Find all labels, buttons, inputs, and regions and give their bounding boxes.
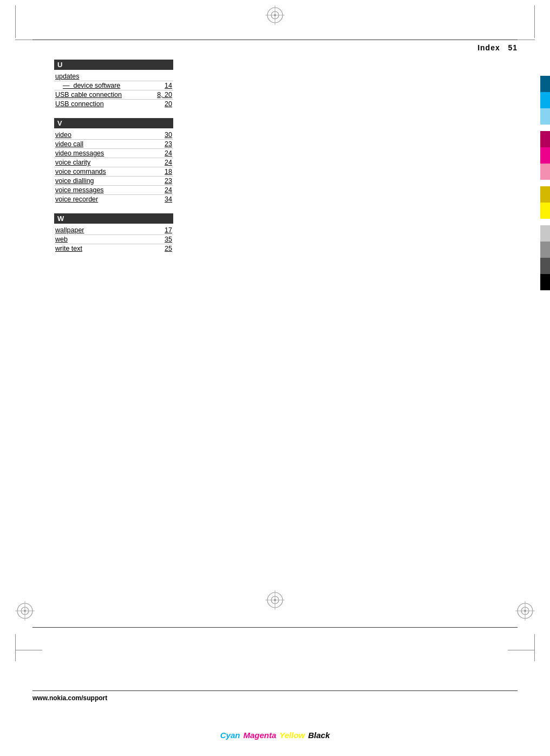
table-row: video 30 <box>54 131 173 140</box>
section-v-table: video 30 video call 23 video messages 24… <box>54 131 173 204</box>
index-page <box>141 72 173 81</box>
section-w-table: wallpaper 17 web 35 write text 25 <box>54 226 173 253</box>
table-row: USB cable connection 8, 20 <box>54 90 173 100</box>
index-term: USB cable connection <box>54 90 141 100</box>
index-page: 20 <box>141 100 173 109</box>
crop-mark-br-h <box>508 650 535 650</box>
index-term: USB connection <box>54 100 141 109</box>
section-w-header: W <box>54 213 195 224</box>
crop-mark-tr-v <box>534 5 535 38</box>
color-label-yellow: Yellow <box>279 731 305 740</box>
color-label-cyan: Cyan <box>220 731 240 740</box>
section-u-header: U <box>54 60 195 70</box>
index-page: 30 <box>141 131 173 140</box>
index-term: voice dialling <box>54 177 141 186</box>
index-term: updates <box>54 72 141 81</box>
index-page: 8, 20 <box>141 90 173 100</box>
table-row: — device software 14 <box>54 81 173 90</box>
table-row: voice commands 18 <box>54 167 173 177</box>
table-row: video messages 24 <box>54 149 173 158</box>
registration-mark-bottom-center <box>265 590 285 610</box>
index-content: U updates — device software 14 USB cable… <box>54 60 195 263</box>
index-page: 24 <box>141 149 173 158</box>
page-header: Index 51 <box>477 43 518 52</box>
swatch-gray1 <box>540 225 550 242</box>
header-rule <box>32 40 518 40</box>
index-page: 35 <box>141 235 173 244</box>
table-row: updates <box>54 72 173 81</box>
swatch-gap1 <box>540 125 550 131</box>
color-label-magenta: Magenta <box>243 731 276 740</box>
table-row: write text 25 <box>54 244 173 253</box>
section-u-table: updates — device software 14 USB cable c… <box>54 72 173 108</box>
index-term: video messages <box>54 149 141 158</box>
section-v-label: V <box>54 118 173 128</box>
index-page: 23 <box>141 140 173 149</box>
table-row: USB connection 20 <box>54 100 173 109</box>
swatch-gap3 <box>540 219 550 225</box>
swatch-magenta-dark <box>540 131 550 147</box>
footer-rule <box>32 690 518 691</box>
table-row: video call 23 <box>54 140 173 149</box>
swatch-magenta-mid <box>540 147 550 164</box>
index-term: voice clarity <box>54 158 141 167</box>
section-w-label: W <box>54 213 173 224</box>
swatch-cyan-light <box>540 108 550 125</box>
index-term: — device software <box>54 81 141 90</box>
crop-mark-bl-h <box>15 650 42 650</box>
index-term: write text <box>54 244 141 253</box>
index-term: voice messages <box>54 186 141 195</box>
registration-mark-bottom-right <box>515 601 535 621</box>
crop-mark-br-v <box>534 634 535 661</box>
table-row: wallpaper 17 <box>54 226 173 235</box>
table-row: voice dialling 23 <box>54 177 173 186</box>
section-v-header: V <box>54 118 195 128</box>
table-row: voice messages 24 <box>54 186 173 195</box>
section-u-label: U <box>54 60 173 70</box>
index-term: wallpaper <box>54 226 141 235</box>
swatch-gap2 <box>540 180 550 186</box>
index-page: 17 <box>141 226 173 235</box>
registration-mark-bottom-left <box>15 601 35 621</box>
crop-mark-tl-v <box>15 5 16 38</box>
table-row: voice clarity 24 <box>54 158 173 167</box>
color-swatches <box>540 76 550 290</box>
index-page: 34 <box>141 195 173 204</box>
swatch-yellow-dark <box>540 186 550 203</box>
swatch-cyan-mid <box>540 92 550 108</box>
swatch-cyan-dark <box>540 76 550 92</box>
index-page: 24 <box>141 186 173 195</box>
index-page: 24 <box>141 158 173 167</box>
index-page: 18 <box>141 167 173 177</box>
swatch-gray3 <box>540 258 550 274</box>
index-page: 23 <box>141 177 173 186</box>
bottom-color-bar: Cyan Magenta Yellow Black <box>220 731 330 740</box>
index-page: 14 <box>141 81 173 90</box>
index-term: voice commands <box>54 167 141 177</box>
index-term: video call <box>54 140 141 149</box>
swatch-black <box>540 274 550 290</box>
swatch-yellow-mid <box>540 203 550 219</box>
table-row: voice recorder 34 <box>54 195 173 204</box>
crop-mark-bl-v <box>15 634 16 661</box>
registration-mark-top <box>265 5 285 25</box>
index-page: 25 <box>141 244 173 253</box>
index-term: video <box>54 131 141 140</box>
mid-separator <box>32 627 518 628</box>
footer-url: www.nokia.com/support <box>32 694 107 702</box>
color-label-black: Black <box>308 731 330 740</box>
index-term: web <box>54 235 141 244</box>
swatch-gray2 <box>540 242 550 258</box>
table-row: web 35 <box>54 235 173 244</box>
page-title-label: Index <box>477 43 500 52</box>
swatch-magenta-light <box>540 164 550 180</box>
page-number: 51 <box>508 43 518 52</box>
index-term: voice recorder <box>54 195 141 204</box>
